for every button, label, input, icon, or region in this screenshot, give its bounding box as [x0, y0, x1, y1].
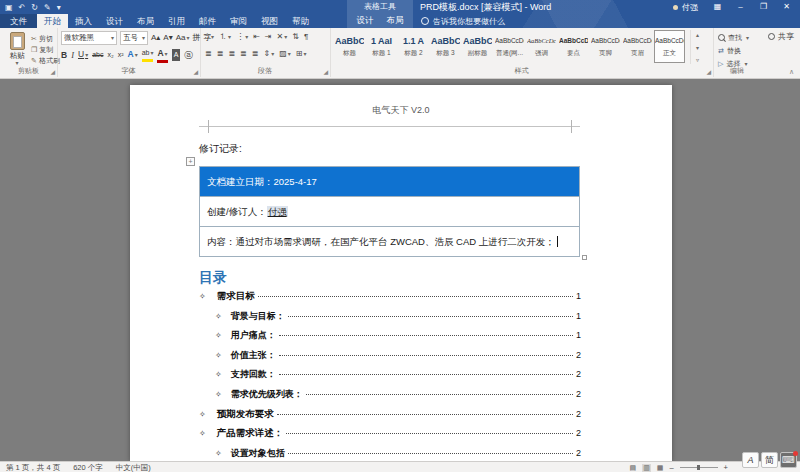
- style-gallery-item[interactable]: AaBbCcDc 普通(网...: [494, 30, 525, 63]
- tab[interactable]: 布局: [130, 14, 161, 28]
- zoom-in-button[interactable]: +: [724, 463, 728, 472]
- ink-pen-icon[interactable]: ✎: [44, 3, 51, 12]
- print-layout-icon[interactable]: ▥: [642, 464, 651, 472]
- table-row[interactable]: 文档建立日期：2025-4-17: [200, 167, 579, 197]
- increase-indent-icon[interactable]: ⇥: [265, 31, 272, 43]
- customize-qat-icon[interactable]: ▾: [57, 3, 61, 12]
- style-gallery-item[interactable]: AaBbCcDdE 页脚: [590, 30, 621, 63]
- borders-icon[interactable]: ⊞: [296, 48, 307, 60]
- toc-entry[interactable]: ✧ 预期发布要求 2: [199, 408, 581, 428]
- style-gallery-item[interactable]: AaBbC 标题 3: [430, 30, 461, 63]
- style-gallery-item[interactable]: AaBbCcDdE 页眉: [622, 30, 653, 63]
- redo-icon[interactable]: ↻: [31, 3, 38, 12]
- align-right-icon[interactable]: ≣: [228, 48, 235, 60]
- word-count[interactable]: 620 个字: [73, 463, 103, 472]
- italic-button[interactable]: I: [71, 49, 74, 61]
- superscript-button[interactable]: x²: [118, 49, 124, 61]
- numbering-icon[interactable]: ⒈: [219, 31, 231, 43]
- table-move-handle[interactable]: +: [186, 157, 195, 166]
- asian-layout-icon[interactable]: ✕: [277, 31, 288, 43]
- shrink-font-button[interactable]: A▾: [163, 32, 172, 44]
- bold-button[interactable]: B: [61, 49, 67, 61]
- account-button[interactable]: 付强: [673, 0, 698, 14]
- language-indicator[interactable]: 中文(中国): [116, 463, 151, 472]
- page[interactable]: 电气天下 V2.0 修订记录: + 文档建立日期：2025-4-17 创建/修订…: [130, 85, 672, 462]
- tab[interactable]: 引用: [161, 14, 192, 28]
- revision-table[interactable]: 文档建立日期：2025-4-17 创建/修订人：付强 内容：通过对市场需求调研，…: [199, 166, 580, 257]
- toc-entry[interactable]: ✧ 需求目标 1: [199, 290, 581, 310]
- tab[interactable]: 设计: [99, 14, 130, 28]
- toc-entry[interactable]: ✧ 设置对象包括 2: [199, 447, 581, 462]
- strikethrough-button[interactable]: abc: [92, 49, 103, 61]
- gallery-more-icon[interactable]: ▿: [696, 56, 699, 63]
- tab-file[interactable]: 文件: [0, 14, 37, 28]
- tab[interactable]: 开始: [37, 14, 68, 28]
- dialog-launcher-icon[interactable]: ◢: [706, 69, 711, 75]
- style-gallery-item[interactable]: AaBbCcD 要点: [558, 30, 589, 63]
- subscript-button[interactable]: x₂: [107, 49, 113, 61]
- tab[interactable]: 插入: [68, 14, 99, 28]
- author-field[interactable]: 付强: [267, 206, 288, 217]
- tab[interactable]: 邮件: [192, 14, 223, 28]
- font-name-combobox[interactable]: 微软雅黑: [61, 31, 117, 45]
- show-marks-icon[interactable]: ¶: [304, 31, 308, 43]
- underline-button[interactable]: U: [78, 48, 88, 61]
- align-left-icon[interactable]: ≣: [205, 48, 212, 60]
- toc-entry[interactable]: ✧ 产品需求详述： 2: [199, 427, 581, 447]
- character-shading-button[interactable]: A: [172, 49, 181, 61]
- zoom-slider-thumb[interactable]: [697, 465, 700, 470]
- sort-icon[interactable]: ⇅: [292, 31, 299, 43]
- table-row[interactable]: 创建/修订人：付强: [200, 197, 579, 227]
- dialog-launcher-icon[interactable]: ◢: [323, 69, 328, 75]
- shading-icon[interactable]: ▨: [279, 48, 291, 60]
- toc-entry[interactable]: ✧ 价值主张： 2: [199, 349, 581, 369]
- find-button[interactable]: 查找: [718, 32, 749, 43]
- table-resize-handle[interactable]: [582, 255, 587, 260]
- tell-me-box[interactable]: 告诉我你想要做什么: [421, 14, 505, 28]
- document-canvas[interactable]: 电气天下 V2.0 修订记录: + 文档建立日期：2025-4-17 创建/修订…: [0, 78, 800, 462]
- tab[interactable]: 视图: [254, 14, 285, 28]
- decrease-indent-icon[interactable]: ⇤: [253, 31, 260, 43]
- toc-entry[interactable]: ✧ 需求优先级列表： 2: [199, 388, 581, 408]
- style-gallery-item[interactable]: 1 AaI 标题 1: [366, 30, 397, 63]
- paste-button[interactable]: 粘贴 ▾: [5, 32, 29, 66]
- replace-button[interactable]: ⇄ 替换: [718, 45, 741, 56]
- highlight-color-button[interactable]: ab: [142, 47, 154, 62]
- page-indicator[interactable]: 第 1 页，共 4 页: [6, 463, 60, 472]
- grow-font-button[interactable]: A▴: [151, 32, 160, 44]
- justify-icon[interactable]: ≣: [240, 48, 247, 60]
- format-painter-button[interactable]: ✎ 格式刷: [31, 55, 60, 66]
- read-mode-icon[interactable]: ▤: [630, 464, 637, 472]
- font-color-button[interactable]: A: [157, 47, 167, 63]
- text-effects-button[interactable]: A: [128, 48, 138, 61]
- ribbon-display-options-icon[interactable]: ▦: [706, 0, 729, 13]
- ime-language-button[interactable]: A: [742, 452, 759, 468]
- style-gallery-item[interactable]: AaBbC 标题: [334, 30, 365, 63]
- multilevel-list-icon[interactable]: ⋮: [236, 31, 248, 43]
- cut-button[interactable]: ✂ 剪切: [31, 33, 60, 44]
- copy-button[interactable]: ❐ 复制: [31, 44, 60, 55]
- minimize-button[interactable]: –: [729, 0, 752, 13]
- collapse-ribbon-icon[interactable]: ∧: [789, 68, 794, 76]
- scroll-up-icon[interactable]: ▴: [696, 31, 699, 38]
- tab[interactable]: 审阅: [223, 14, 254, 28]
- share-button[interactable]: 共享: [768, 31, 794, 42]
- align-center-icon[interactable]: ≣: [217, 48, 224, 60]
- web-layout-icon[interactable]: ▦: [657, 464, 664, 472]
- restore-button[interactable]: ❐: [752, 0, 775, 13]
- tab[interactable]: 帮助: [285, 14, 316, 28]
- change-case-button[interactable]: Aa: [176, 32, 190, 44]
- ime-charset-button[interactable]: 简: [761, 452, 778, 468]
- undo-icon[interactable]: ↶: [19, 3, 26, 12]
- dialog-launcher-icon[interactable]: ◢: [50, 69, 55, 75]
- line-spacing-icon[interactable]: ⇕: [264, 48, 275, 60]
- toc-entry[interactable]: ✧ 用户痛点： 1: [199, 329, 581, 349]
- save-icon[interactable]: ▣: [5, 3, 13, 12]
- bullets-icon[interactable]: ∷: [205, 31, 214, 43]
- table-row[interactable]: 内容：通过对市场需求调研，在国产化平台 ZWCAD、浩辰 CAD 上进行二次开发…: [200, 227, 579, 257]
- style-gallery-item[interactable]: AaBbCcDd 正文: [654, 30, 685, 63]
- scroll-down-icon[interactable]: ▾: [696, 44, 699, 51]
- close-button[interactable]: ✕: [775, 0, 798, 13]
- style-gallery-item[interactable]: AaBbC 副标题: [462, 30, 493, 63]
- toc-entry[interactable]: ✧ 背景与目标： 1: [199, 310, 581, 330]
